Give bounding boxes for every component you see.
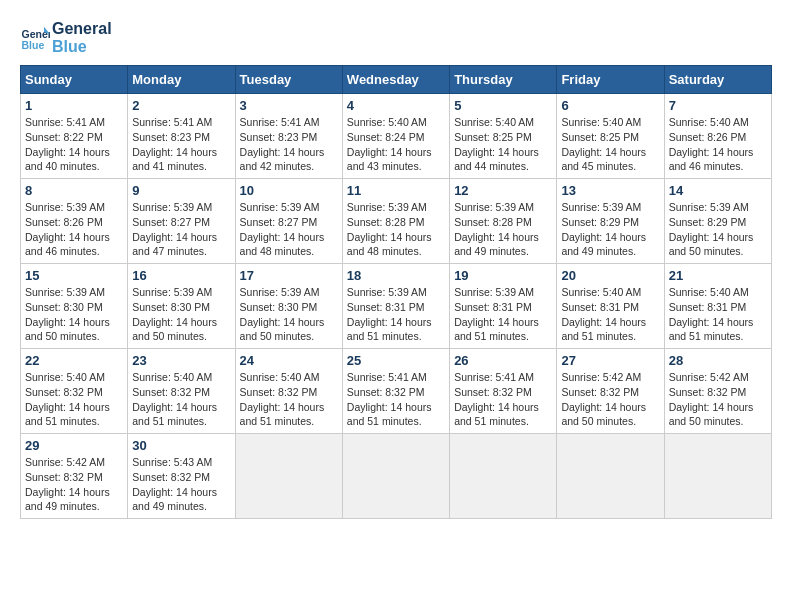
day-info: Sunrise: 5:41 AM Sunset: 8:23 PM Dayligh… [240,115,338,174]
day-info: Sunrise: 5:42 AM Sunset: 8:32 PM Dayligh… [25,455,123,514]
sunrise: Sunrise: 5:43 AM [132,456,212,468]
daylight: Daylight: 14 hours and 42 minutes. [240,146,325,173]
day-info: Sunrise: 5:39 AM Sunset: 8:28 PM Dayligh… [454,200,552,259]
day-number: 25 [347,353,445,368]
day-number: 18 [347,268,445,283]
day-info: Sunrise: 5:39 AM Sunset: 8:30 PM Dayligh… [240,285,338,344]
daylight: Daylight: 14 hours and 41 minutes. [132,146,217,173]
daylight: Daylight: 14 hours and 45 minutes. [561,146,646,173]
sunset: Sunset: 8:31 PM [669,301,747,313]
day-number: 19 [454,268,552,283]
sunrise: Sunrise: 5:41 AM [347,371,427,383]
sunset: Sunset: 8:23 PM [132,131,210,143]
daylight: Daylight: 14 hours and 50 minutes. [669,401,754,428]
daylight: Daylight: 14 hours and 48 minutes. [240,231,325,258]
daylight: Daylight: 14 hours and 46 minutes. [669,146,754,173]
sunset: Sunset: 8:24 PM [347,131,425,143]
sunset: Sunset: 8:32 PM [669,386,747,398]
daylight: Daylight: 14 hours and 43 minutes. [347,146,432,173]
daylight: Daylight: 14 hours and 51 minutes. [132,401,217,428]
sunrise: Sunrise: 5:40 AM [25,371,105,383]
sunset: Sunset: 8:29 PM [561,216,639,228]
day-info: Sunrise: 5:39 AM Sunset: 8:27 PM Dayligh… [132,200,230,259]
sunrise: Sunrise: 5:42 AM [25,456,105,468]
weekday-header-sunday: Sunday [21,66,128,94]
sunrise: Sunrise: 5:40 AM [347,116,427,128]
sunset: Sunset: 8:30 PM [25,301,103,313]
logo-line1: General [52,20,112,38]
day-info: Sunrise: 5:39 AM Sunset: 8:26 PM Dayligh… [25,200,123,259]
day-number: 9 [132,183,230,198]
weekday-header-thursday: Thursday [450,66,557,94]
calendar-cell [557,434,664,519]
day-number: 11 [347,183,445,198]
sunrise: Sunrise: 5:39 AM [240,201,320,213]
sunset: Sunset: 8:27 PM [240,216,318,228]
day-info: Sunrise: 5:39 AM Sunset: 8:30 PM Dayligh… [25,285,123,344]
weekday-header-saturday: Saturday [664,66,771,94]
calendar-cell: 15 Sunrise: 5:39 AM Sunset: 8:30 PM Dayl… [21,264,128,349]
sunrise: Sunrise: 5:41 AM [132,116,212,128]
sunrise: Sunrise: 5:42 AM [561,371,641,383]
day-number: 15 [25,268,123,283]
day-info: Sunrise: 5:40 AM Sunset: 8:32 PM Dayligh… [132,370,230,429]
calendar-cell: 7 Sunrise: 5:40 AM Sunset: 8:26 PM Dayli… [664,94,771,179]
calendar-cell: 17 Sunrise: 5:39 AM Sunset: 8:30 PM Dayl… [235,264,342,349]
sunset: Sunset: 8:32 PM [454,386,532,398]
day-number: 29 [25,438,123,453]
sunrise: Sunrise: 5:39 AM [132,201,212,213]
sunrise: Sunrise: 5:40 AM [669,116,749,128]
daylight: Daylight: 14 hours and 48 minutes. [347,231,432,258]
header: General Blue General Blue [20,20,772,55]
calendar-cell: 30 Sunrise: 5:43 AM Sunset: 8:32 PM Dayl… [128,434,235,519]
calendar-cell: 12 Sunrise: 5:39 AM Sunset: 8:28 PM Dayl… [450,179,557,264]
calendar-cell: 2 Sunrise: 5:41 AM Sunset: 8:23 PM Dayli… [128,94,235,179]
day-number: 17 [240,268,338,283]
calendar-cell: 20 Sunrise: 5:40 AM Sunset: 8:31 PM Dayl… [557,264,664,349]
sunset: Sunset: 8:25 PM [561,131,639,143]
day-number: 28 [669,353,767,368]
sunrise: Sunrise: 5:40 AM [669,286,749,298]
day-info: Sunrise: 5:42 AM Sunset: 8:32 PM Dayligh… [561,370,659,429]
sunset: Sunset: 8:25 PM [454,131,532,143]
calendar-cell: 24 Sunrise: 5:40 AM Sunset: 8:32 PM Dayl… [235,349,342,434]
calendar-cell: 29 Sunrise: 5:42 AM Sunset: 8:32 PM Dayl… [21,434,128,519]
day-info: Sunrise: 5:39 AM Sunset: 8:30 PM Dayligh… [132,285,230,344]
calendar-cell: 28 Sunrise: 5:42 AM Sunset: 8:32 PM Dayl… [664,349,771,434]
calendar-cell: 4 Sunrise: 5:40 AM Sunset: 8:24 PM Dayli… [342,94,449,179]
day-number: 2 [132,98,230,113]
sunset: Sunset: 8:32 PM [25,386,103,398]
day-info: Sunrise: 5:39 AM Sunset: 8:31 PM Dayligh… [347,285,445,344]
daylight: Daylight: 14 hours and 44 minutes. [454,146,539,173]
day-number: 21 [669,268,767,283]
day-number: 3 [240,98,338,113]
weekday-header-wednesday: Wednesday [342,66,449,94]
day-info: Sunrise: 5:39 AM Sunset: 8:29 PM Dayligh… [561,200,659,259]
daylight: Daylight: 14 hours and 51 minutes. [347,316,432,343]
sunrise: Sunrise: 5:39 AM [454,201,534,213]
sunrise: Sunrise: 5:41 AM [25,116,105,128]
sunrise: Sunrise: 5:40 AM [454,116,534,128]
day-number: 5 [454,98,552,113]
sunset: Sunset: 8:27 PM [132,216,210,228]
calendar-cell: 3 Sunrise: 5:41 AM Sunset: 8:23 PM Dayli… [235,94,342,179]
day-number: 4 [347,98,445,113]
day-info: Sunrise: 5:40 AM Sunset: 8:31 PM Dayligh… [561,285,659,344]
sunrise: Sunrise: 5:39 AM [240,286,320,298]
day-number: 7 [669,98,767,113]
day-number: 27 [561,353,659,368]
daylight: Daylight: 14 hours and 49 minutes. [454,231,539,258]
sunrise: Sunrise: 5:39 AM [561,201,641,213]
daylight: Daylight: 14 hours and 51 minutes. [240,401,325,428]
weekday-header-friday: Friday [557,66,664,94]
day-info: Sunrise: 5:40 AM Sunset: 8:32 PM Dayligh… [25,370,123,429]
day-number: 22 [25,353,123,368]
daylight: Daylight: 14 hours and 50 minutes. [25,316,110,343]
calendar-cell: 11 Sunrise: 5:39 AM Sunset: 8:28 PM Dayl… [342,179,449,264]
sunrise: Sunrise: 5:39 AM [25,201,105,213]
daylight: Daylight: 14 hours and 50 minutes. [561,401,646,428]
sunset: Sunset: 8:22 PM [25,131,103,143]
daylight: Daylight: 14 hours and 51 minutes. [454,401,539,428]
calendar-cell: 18 Sunrise: 5:39 AM Sunset: 8:31 PM Dayl… [342,264,449,349]
calendar-cell: 6 Sunrise: 5:40 AM Sunset: 8:25 PM Dayli… [557,94,664,179]
